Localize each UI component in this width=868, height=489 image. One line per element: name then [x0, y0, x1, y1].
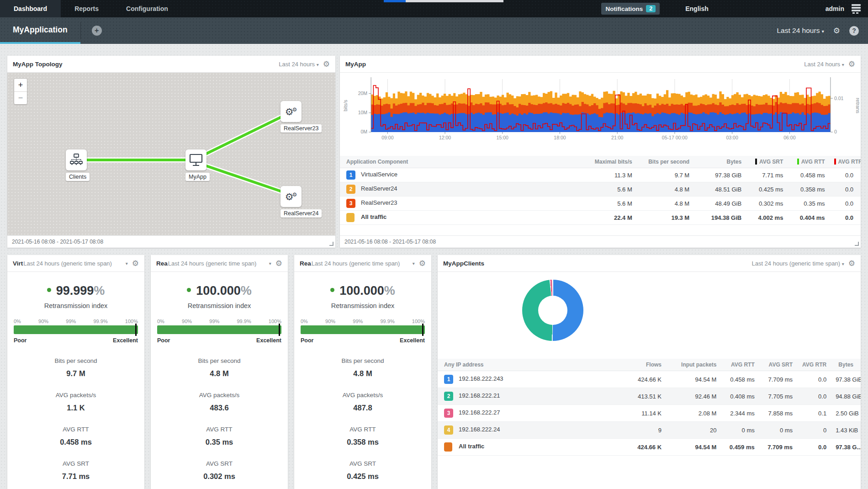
panel-settings-gear-icon[interactable]: ⚙ [132, 259, 139, 268]
panel-timespan-selector[interactable]: Last 24 hours ▾ [804, 61, 844, 68]
topology-map[interactable]: + − [7, 73, 335, 235]
column-header[interactable]: Bytes [831, 359, 861, 371]
add-dashboard-tab-button[interactable]: + [92, 26, 102, 36]
table-row[interactable]: 1192.168.222.243424.66 K94.54 M0.458 ms7… [438, 371, 861, 388]
gauge-tick-label: 0% [14, 319, 21, 324]
metric-value: 4.8 M [294, 369, 431, 378]
column-header[interactable]: AVG RTT [788, 156, 829, 168]
column-header[interactable]: Application Component [340, 156, 569, 168]
column-header[interactable]: AVG SRT [746, 156, 788, 168]
panel-myapp-topology: MyApp Topology Last 24 hours ▾ ⚙ + − [7, 56, 335, 248]
table-cell: 2.50 GiB [831, 405, 861, 422]
table-total-row[interactable]: All traffic22.4 M19.3 M194.38 GiB4.002 m… [340, 211, 861, 225]
gauge-scale-labels: 0%90%99%99.9%100% [301, 319, 425, 324]
clients-group-icon[interactable] [66, 149, 87, 170]
column-header[interactable]: AVG RTT [721, 359, 759, 371]
retransmission-index-label: Retransmission index [7, 302, 144, 309]
panel-timespan-label[interactable]: Last 24 hours (generic time span) [23, 260, 112, 267]
topology-node-clients[interactable]: Clients [66, 149, 87, 181]
svg-text:10M: 10M [358, 110, 367, 115]
row-name: 192.168.222.243 [459, 375, 503, 382]
table-cell: 0.1 [797, 405, 831, 422]
clients-donut-chart[interactable] [522, 280, 583, 341]
nav-tab-reports[interactable]: Reports [61, 0, 112, 17]
panel-timespan-label[interactable]: Last 24 hours (generic time span) [312, 260, 400, 267]
gears-icon[interactable]: ⚙⚙ [281, 101, 302, 122]
column-header[interactable]: Bits per second [637, 156, 694, 168]
help-icon[interactable]: ? [849, 26, 859, 36]
dashboard-content: MyApp Topology Last 24 hours ▾ ⚙ + − [0, 44, 868, 489]
dashboard-settings-gear-icon[interactable]: ⚙ [833, 26, 840, 36]
panel-timespan-label[interactable]: Last 24 hours (generic time span) [168, 260, 257, 267]
topology-node-realserver24[interactable]: ⚙⚙ RealServer24 [281, 186, 302, 218]
table-cell: 9.7 M [637, 168, 694, 182]
panel-resize-handle[interactable] [329, 242, 333, 246]
column-header[interactable]: Bytes [694, 156, 746, 168]
kpi-metric: AVG SRT7.71 ms [7, 460, 144, 481]
notifications-button[interactable]: Notifications 2 [601, 3, 660, 15]
table-row[interactable]: 4192.168.222.249200 ms0 ms01.43 KiB [438, 422, 861, 439]
chevron-down-icon[interactable]: ▾ [413, 261, 415, 266]
metric-value: 487.8 [294, 404, 431, 412]
table-cell: 0.302 ms [746, 197, 788, 211]
panel-settings-gear-icon[interactable]: ⚙ [848, 259, 855, 268]
topology-node-myapp[interactable]: MyApp [185, 149, 206, 181]
column-header[interactable]: Maximal bits/s [569, 156, 637, 168]
column-header[interactable]: AVG SRT [759, 359, 797, 371]
gauge-marker [422, 324, 423, 336]
nav-tab-dashboard[interactable]: Dashboard [0, 0, 61, 17]
dashboard-sub-bar: MyApplication + Last 24 hours ▾ ⚙ ? [0, 17, 868, 44]
gauge-scale-labels: 0%90%99%99.9%100% [157, 319, 281, 324]
table-cell: 11.3 M [569, 168, 637, 182]
retransmission-index-label: Retransmission index [294, 302, 431, 309]
metric-value: 0.302 ms [151, 472, 288, 481]
retransmission-index-value: 100.000% [151, 284, 288, 298]
svg-text:15:00: 15:00 [497, 135, 508, 140]
column-header[interactable]: AVG RTR [797, 359, 831, 371]
svg-text:0.01: 0.01 [834, 96, 844, 101]
gauge-poor-label: Poor [157, 337, 170, 344]
global-timespan-selector[interactable]: Last 24 hours ▾ [777, 27, 824, 35]
svg-text:21:00: 21:00 [611, 135, 623, 140]
topology-node-realserver23[interactable]: ⚙⚙ RealServer23 [281, 101, 302, 133]
table-cell: 9 [615, 422, 666, 439]
user-menu-icon[interactable] [851, 4, 862, 14]
series-color-chip-icon [797, 159, 799, 165]
panel-resize-handle[interactable] [855, 242, 859, 246]
panel-timespan-selector[interactable]: Last 24 hours (generic time span) ▾ [752, 260, 844, 267]
notifications-count-badge: 2 [646, 5, 656, 12]
panel-settings-gear-icon[interactable]: ⚙ [848, 59, 855, 69]
nav-tab-configuration[interactable]: Configuration [112, 0, 182, 17]
table-cell: 7.709 ms [759, 439, 797, 456]
panel-settings-gear-icon[interactable]: ⚙ [323, 59, 330, 69]
table-row[interactable]: 3RealServer235.6 M4.8 M48.49 GiB0.302 ms… [340, 197, 861, 211]
language-menu[interactable]: English [685, 5, 709, 12]
table-total-row[interactable]: All traffic424.66 K94.54 M0.459 ms7.709 … [438, 439, 861, 456]
panel-settings-gear-icon[interactable]: ⚙ [275, 259, 282, 268]
series-color-chip-icon [755, 159, 757, 165]
table-row[interactable]: 1VirtualService11.3 M9.7 M97.38 GiB7.71 … [340, 168, 861, 182]
column-header[interactable]: AVG RTR [830, 156, 861, 168]
gears-icon[interactable]: ⚙⚙ [281, 186, 302, 207]
table-row[interactable]: 3192.168.222.2711.14 K2.08 M2.344 ms7.85… [438, 405, 861, 422]
column-header[interactable]: Input packets [666, 359, 721, 371]
zoom-out-button[interactable]: − [14, 91, 27, 104]
table-row[interactable]: 2192.168.222.21413.51 K92.46 M0.408 ms7.… [438, 388, 861, 405]
table-cell: 194.38 GiB [694, 211, 746, 225]
chevron-down-icon[interactable]: ▾ [269, 261, 271, 266]
user-menu[interactable]: admin [826, 5, 844, 12]
gauge-tick-label: 99% [353, 319, 363, 324]
page-load-progress-bar [384, 0, 503, 2]
panel-settings-gear-icon[interactable]: ⚙ [419, 259, 426, 268]
table-cell: 94.54 M [666, 439, 721, 456]
monitor-icon[interactable] [185, 149, 206, 170]
column-header[interactable]: Flows [615, 359, 666, 371]
panel-timespan-selector[interactable]: Last 24 hours ▾ [279, 61, 318, 68]
chevron-down-icon[interactable]: ▾ [126, 261, 128, 266]
gauge-bar [301, 325, 425, 334]
table-row[interactable]: 2RealServer245.6 M4.8 M48.51 GiB0.425 ms… [340, 182, 861, 197]
zoom-in-button[interactable]: + [14, 79, 27, 91]
tab-myapplication[interactable]: MyApplication [0, 17, 80, 44]
column-header[interactable]: Any IP address [438, 359, 615, 371]
metric-label: Bits per second [151, 357, 288, 364]
